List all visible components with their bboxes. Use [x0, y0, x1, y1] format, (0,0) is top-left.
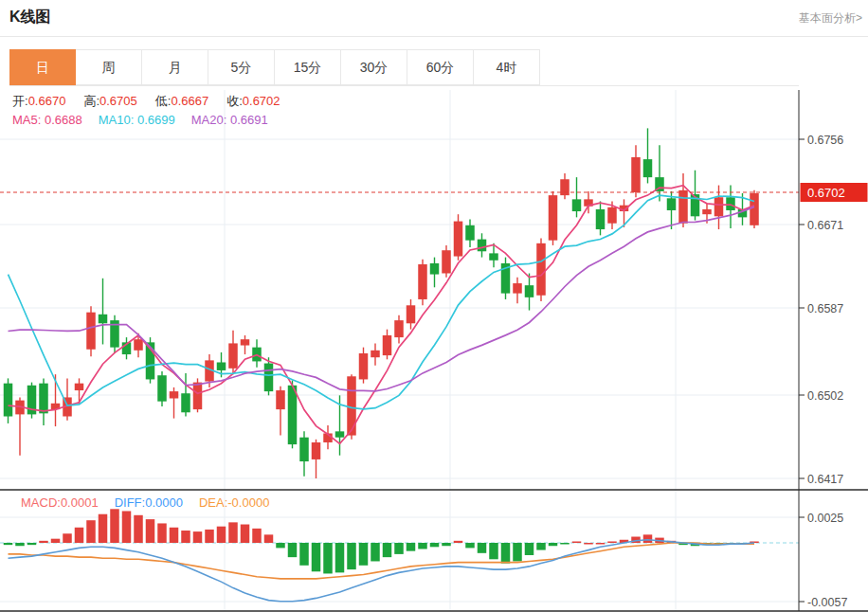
kline-macd-chart[interactable]: 0.67560.66710.65870.65020.64170.0025-0.0…: [0, 90, 868, 612]
candle-body: [418, 264, 427, 299]
axis-label: 0.6587: [807, 302, 843, 315]
macd-bar: [86, 520, 96, 543]
candle-body: [536, 243, 546, 296]
interval-tab-6[interactable]: 30分: [341, 49, 407, 85]
macd-bar: [323, 543, 333, 573]
interval-tab-5[interactable]: 15分: [275, 49, 341, 85]
kline-page: K线图 基本面分析> 日周月5分15分30分60分4时 0.67560.6671…: [0, 0, 868, 612]
candle-body: [99, 315, 108, 324]
candle-body: [228, 343, 238, 368]
candle-body: [75, 384, 84, 390]
candle-body: [193, 383, 203, 410]
macd-bar: [478, 543, 487, 553]
macd-bar: [407, 543, 416, 551]
candle-body: [359, 353, 369, 379]
candle-body: [347, 376, 356, 435]
macd-bar: [4, 543, 13, 545]
candle-body: [86, 313, 96, 350]
interval-tab-4[interactable]: 5分: [208, 49, 275, 85]
candle-body: [607, 207, 617, 224]
candle-body: [288, 386, 298, 444]
ma20-line: [9, 207, 755, 390]
macd-bar: [584, 543, 593, 545]
candle-body: [714, 197, 724, 216]
macd-bar: [560, 543, 570, 545]
interval-tab-8[interactable]: 4时: [474, 49, 540, 85]
macd-bar: [39, 541, 48, 543]
macd-bar: [110, 509, 119, 543]
macd-bar: [572, 542, 582, 544]
candle-body: [667, 198, 677, 210]
macd-bar: [335, 543, 345, 572]
candles: [4, 128, 759, 478]
macd-bar: [181, 531, 190, 543]
candle-body: [489, 253, 498, 260]
macd-bar: [146, 519, 155, 543]
candle-body: [430, 263, 440, 275]
macd-bar: [217, 527, 226, 543]
macd-bar: [501, 543, 511, 564]
candle-body: [631, 157, 641, 192]
interval-tab-2[interactable]: 周: [76, 49, 142, 85]
candle-body: [572, 199, 582, 211]
candle-body: [276, 390, 285, 409]
candle-body: [241, 339, 250, 345]
price-axis-labels: 0.67560.66710.65870.65020.64170.0025-0.0…: [799, 134, 847, 609]
macd-bar: [359, 543, 369, 566]
macd-bar: [288, 543, 298, 557]
candle-body: [525, 285, 534, 297]
macd-bar: [454, 541, 463, 543]
candle-body: [465, 225, 475, 241]
candle-body: [39, 384, 48, 414]
macd-bar: [312, 543, 321, 571]
macd-bar: [513, 543, 522, 561]
candle-body: [299, 438, 309, 461]
page-title: K线图: [9, 8, 51, 27]
candle-body: [264, 364, 274, 392]
candle-body: [371, 351, 380, 357]
gridlines: [0, 90, 799, 611]
diff-line: [9, 540, 755, 602]
macd-bar: [596, 543, 606, 545]
fundamental-analysis-link[interactable]: 基本面分析>: [799, 10, 862, 27]
axis-label: -0.0057: [807, 596, 847, 609]
candle-body: [394, 320, 404, 337]
candle-body: [335, 431, 345, 437]
macd-bar: [63, 533, 72, 543]
candle-body: [726, 197, 735, 210]
macd-bar: [264, 534, 274, 543]
header-divider: [0, 36, 868, 37]
candle-body: [702, 209, 712, 214]
macd-bar: [122, 511, 132, 543]
axis-label: 0.6417: [807, 473, 843, 486]
interval-tab-1[interactable]: 日: [9, 49, 76, 85]
candle-body: [513, 283, 522, 294]
interval-tab-7[interactable]: 60分: [407, 49, 474, 85]
macd-bar: [347, 543, 356, 569]
candle-body: [454, 222, 463, 257]
candle-body: [134, 339, 143, 351]
axis-label: 0.6756: [807, 134, 843, 147]
axis-label: 0.6671: [807, 219, 843, 232]
candle-body: [678, 190, 688, 224]
macd-bar: [134, 515, 143, 543]
macd-bar: [241, 525, 250, 543]
interval-tab-3[interactable]: 月: [142, 49, 208, 85]
macd-histogram: [4, 509, 759, 573]
macd-bar: [170, 528, 179, 543]
candle-body: [560, 179, 570, 195]
macd-bar: [193, 531, 203, 543]
candle-body: [596, 209, 606, 229]
macd-bar: [27, 543, 37, 545]
macd-bar: [276, 543, 285, 548]
macd-bar: [536, 543, 546, 550]
candle-body: [4, 384, 13, 417]
macd-bar: [394, 543, 404, 554]
candle-body: [181, 393, 190, 412]
candle-body: [217, 362, 226, 369]
svg-text:0.6702: 0.6702: [807, 186, 845, 200]
macd-bar: [383, 543, 392, 557]
candle-body: [643, 159, 653, 177]
macd-bar: [643, 534, 653, 543]
candle-body: [478, 240, 487, 252]
